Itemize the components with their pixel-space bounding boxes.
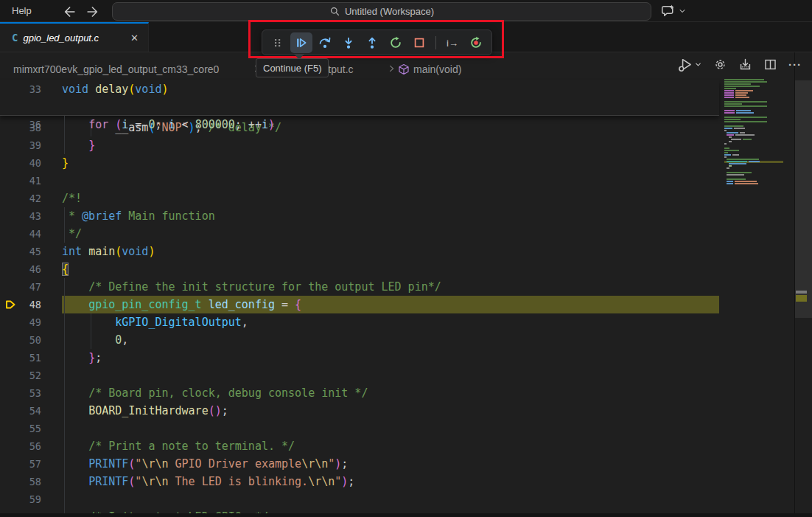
code-line-50[interactable]: 50 0, xyxy=(0,331,719,349)
debug-reset-device-button[interactable] xyxy=(465,32,487,53)
code-line-41[interactable]: 41 xyxy=(0,172,719,190)
code-line-36[interactable]: 36 for (i = 0; i < 800000; ++i) xyxy=(0,116,719,133)
minimap-row xyxy=(724,105,767,107)
arrow-right-icon xyxy=(85,4,100,19)
breadcrumb-symbol[interactable]: main(void) xyxy=(413,61,461,77)
debug-step-out-button[interactable] xyxy=(361,32,383,53)
code-line-56[interactable]: 56 /* Print a note to terminal. */ xyxy=(0,437,719,455)
split-editor-button[interactable] xyxy=(763,58,777,72)
minimap-row xyxy=(724,119,741,120)
code-line-46[interactable]: 46{ xyxy=(0,260,719,278)
command-center-search[interactable]: Untitled (Workspace) xyxy=(112,2,651,21)
ellipsis-icon: ··· xyxy=(788,58,802,71)
minimap-row xyxy=(727,174,744,176)
panel-edge xyxy=(0,513,812,517)
debug-step-into-button[interactable] xyxy=(337,32,360,53)
code-text: for (i = 0; i < 800000; ++i) xyxy=(62,116,275,133)
navigate-forward-button[interactable] xyxy=(85,4,100,19)
settings-button[interactable] xyxy=(713,58,727,72)
step-over-icon xyxy=(318,36,332,49)
code-line-52[interactable]: 52 xyxy=(0,367,719,384)
line-number: 47 xyxy=(0,278,41,296)
toolbar-drag-handle[interactable] xyxy=(267,32,289,53)
overview-ruler-marker xyxy=(796,291,807,294)
reset-device-icon xyxy=(469,36,483,49)
indent-guide xyxy=(64,367,65,384)
minimap-row xyxy=(724,86,760,87)
close-icon[interactable]: ✕ xyxy=(128,32,141,44)
more-actions-button[interactable]: ··· xyxy=(788,58,802,71)
minimap[interactable] xyxy=(724,79,794,517)
title-bar: Help Untitled (Workspace) xyxy=(0,0,812,22)
minimap-row xyxy=(729,163,746,164)
restart-icon xyxy=(389,36,402,49)
line-number: 39 xyxy=(0,136,41,154)
code-line-53[interactable]: 53 /* Board pin, clock, debug console in… xyxy=(0,384,719,402)
minimap-row xyxy=(724,94,746,96)
toolbar-separator xyxy=(435,36,436,49)
code-line-49[interactable]: 49 kGPIO_DigitalOutput, xyxy=(0,313,719,331)
line-number: 44 xyxy=(0,225,41,243)
code-line-57[interactable]: 57 PRINTF("\r\n GPIO Driver example\r\n"… xyxy=(0,455,719,473)
line-number: 43 xyxy=(0,207,41,225)
code-line-45[interactable]: 45int main(void) xyxy=(0,243,719,260)
code-text: 0, xyxy=(62,331,128,349)
run-or-debug-button[interactable] xyxy=(678,57,702,72)
code-text: PRINTF("\r\n The LED is blinking.\r\n"); xyxy=(62,473,354,490)
minimap-row xyxy=(727,181,757,182)
line-number: 57 xyxy=(0,455,41,473)
line-number: 49 xyxy=(0,313,41,331)
code-line-59[interactable]: 59 xyxy=(0,490,719,508)
line-number: 56 xyxy=(0,437,41,455)
scrollbar-slider[interactable] xyxy=(795,80,812,318)
breadcrumb: mimxrt700evk_gpio_led_output_cm33_core0 … xyxy=(0,61,722,77)
copilot-menu-button[interactable] xyxy=(661,4,687,18)
minimap-row xyxy=(724,150,739,151)
sticky-scroll[interactable]: 33void delay(void)36 for (i = 0; i < 800… xyxy=(0,80,719,116)
line-number: 45 xyxy=(0,243,41,260)
code-line-44[interactable]: 44 */ xyxy=(0,225,719,243)
code-line-42[interactable]: 42/*! xyxy=(0,190,719,207)
debug-step-over-button[interactable] xyxy=(314,32,336,53)
code-line-55[interactable]: 55 xyxy=(0,420,719,437)
code-text: }; xyxy=(62,349,102,367)
scrollbar[interactable] xyxy=(794,52,812,517)
code-line-47[interactable]: 47 /* Define the init structure for the … xyxy=(0,278,719,296)
line-number: 58 xyxy=(0,473,41,490)
minimap-row xyxy=(724,101,767,103)
debug-restart-button[interactable] xyxy=(385,32,407,53)
code-line-33[interactable]: 33void delay(void) xyxy=(0,80,719,98)
stop-icon xyxy=(413,36,426,49)
breadcrumb-project[interactable]: mimxrt700evk_gpio_led_output_cm33_core0 xyxy=(13,61,219,77)
cube-symbol-icon xyxy=(398,63,410,80)
step-out-icon xyxy=(365,36,379,49)
line-number: 59 xyxy=(0,490,41,508)
code-line-43[interactable]: 43 * @brief Main function xyxy=(0,207,719,225)
indent-guide xyxy=(64,490,65,508)
code-text: kGPIO_DigitalOutput, xyxy=(62,313,248,331)
install-button[interactable] xyxy=(738,58,752,72)
minimap-row xyxy=(727,172,752,173)
code-line-54[interactable]: 54 BOARD_InitHardware(); xyxy=(0,402,719,420)
tab-gpio-led-output[interactable]: C gpio_led_output.c ✕ xyxy=(0,22,149,52)
menu-help[interactable]: Help xyxy=(7,0,36,22)
code-line-58[interactable]: 58 PRINTF("\r\n The LED is blinking.\r\n… xyxy=(0,473,719,490)
editor-actions: ··· xyxy=(678,55,802,74)
minimap-row xyxy=(724,97,749,98)
debug-continue-button[interactable] xyxy=(290,32,312,53)
search-icon xyxy=(329,6,340,17)
code-line-51[interactable]: 51 }; xyxy=(0,349,719,367)
debug-stop-button[interactable] xyxy=(408,32,430,53)
minimap-row xyxy=(724,152,728,153)
minimap-row xyxy=(724,88,736,89)
line-number: 41 xyxy=(0,172,41,190)
code-text: /*! xyxy=(62,190,82,207)
line-number: 46 xyxy=(0,260,41,278)
line-number: 51 xyxy=(0,349,41,367)
code-line-48[interactable]: 48 gpio_pin_config_t led_config = { xyxy=(0,296,719,313)
navigate-back-button[interactable] xyxy=(62,4,77,19)
minimap-row xyxy=(724,81,767,83)
code-line-39[interactable]: 39 } xyxy=(0,136,719,154)
code-line-40[interactable]: 40} xyxy=(0,154,719,172)
debug-step-over-instruction-button[interactable]: i→ xyxy=(441,32,463,53)
